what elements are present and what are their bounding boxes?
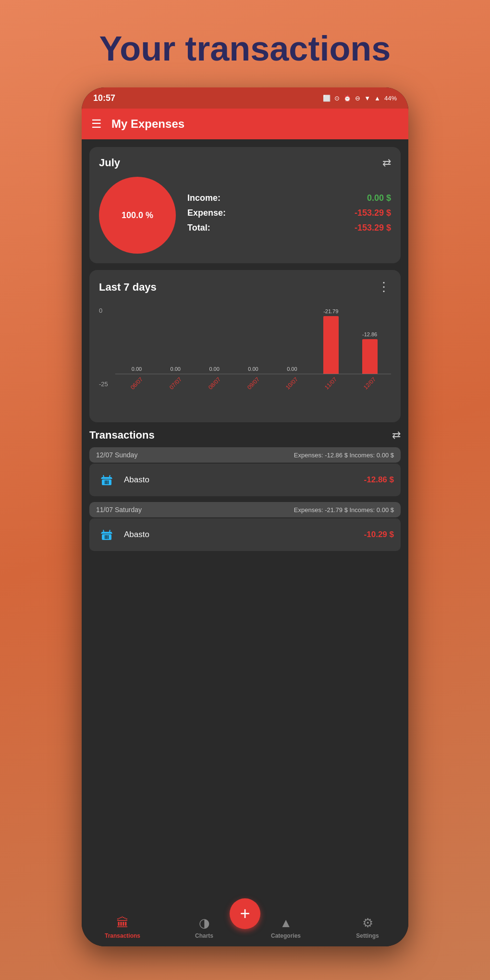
screen-icon: ⬜	[323, 95, 331, 102]
shopping-basket-icon-1	[96, 469, 117, 490]
transaction-name-1: Abasto	[124, 475, 357, 485]
y-label-0: 0	[99, 307, 102, 314]
summary-content: 100.0 % Income: 0.00 $ Expense: -153.29 …	[99, 177, 391, 254]
alarm-icon: ⏰	[343, 95, 351, 102]
total-label: Total:	[187, 223, 210, 233]
bar-chart-header: Last 7 days ⋮	[99, 280, 391, 294]
swap-icon[interactable]: ⇄	[382, 157, 391, 169]
settings-nav-label: Settings	[356, 932, 379, 939]
summary-card-header: July ⇄	[99, 157, 391, 169]
bar-value-6: -21.79	[323, 308, 338, 314]
shopping-basket-icon-2	[96, 524, 117, 545]
transaction-amount-2: -10.29 $	[364, 530, 394, 539]
bar-chart-area: 0 -25 0.00 0.00 0.00	[99, 302, 391, 413]
bar-6	[323, 316, 339, 374]
more-icon[interactable]: ⋮	[378, 280, 391, 294]
fab-add-button[interactable]: +	[230, 898, 260, 929]
wifi-icon: ▼	[364, 95, 370, 102]
bar-value-2: 0.00	[171, 366, 181, 372]
transaction-row-1[interactable]: Abasto -12.86 $	[89, 464, 401, 496]
income-value: 0.00 $	[367, 193, 391, 203]
status-time: 10:57	[93, 93, 115, 103]
fab-plus-icon: +	[240, 905, 250, 922]
transactions-swap-icon[interactable]: ⇄	[392, 429, 401, 441]
bar-value-4: 0.00	[248, 366, 258, 372]
income-label: Income:	[187, 193, 220, 203]
transactions-header: Transactions ⇄	[89, 429, 401, 441]
bar-value-3: 0.00	[209, 366, 219, 372]
date-group-2: 11/07 Saturday Expenses: -21.79 $ Income…	[89, 502, 401, 551]
transaction-amount-1: -12.86 $	[364, 475, 394, 485]
bar-chart-card: Last 7 days ⋮ 0 -25 0.00 0.00	[89, 270, 401, 422]
bars-area: 0.00 0.00 0.00 0.00	[115, 302, 391, 374]
x-axis: 06/07 07/07 08/07 09/07 10/07 11/07 12/0…	[115, 377, 391, 387]
transaction-row-2[interactable]: Abasto -10.29 $	[89, 518, 401, 551]
minus-circle-icon: ⊖	[355, 95, 360, 102]
bar-value-1: 0.00	[132, 366, 142, 372]
bottom-nav: 🏛 Transactions ◑ Charts + ▲ Categories ⚙…	[82, 908, 408, 946]
nav-settings[interactable]: ⚙ Settings	[327, 916, 408, 939]
signal-icon: ▲	[374, 95, 380, 102]
nav-transactions[interactable]: 🏛 Transactions	[82, 916, 163, 939]
bar-value-5: 0.00	[287, 366, 297, 372]
bar-group-6: -21.79	[311, 308, 350, 374]
transactions-section: Transactions ⇄ 12/07 Sunday Expenses: -1…	[89, 429, 401, 557]
status-bar: 10:57 ⬜ ⊙ ⏰ ⊖ ▼ ▲ 44%	[82, 87, 408, 109]
summary-stats: Income: 0.00 $ Expense: -153.29 $ Total:…	[187, 193, 391, 238]
pie-chart: 100.0 %	[99, 177, 176, 254]
categories-nav-label: Categories	[271, 932, 301, 939]
summary-month: July	[99, 157, 120, 169]
summary-card: July ⇄ 100.0 % Income: 0.00 $ Expense: -…	[89, 147, 401, 263]
status-icons: ⬜ ⊙ ⏰ ⊖ ▼ ▲ 44%	[323, 95, 397, 102]
location-icon: ⊙	[334, 95, 340, 102]
bar-chart-title: Last 7 days	[99, 281, 157, 294]
bar-7	[362, 339, 378, 374]
battery-text: 44%	[384, 95, 397, 102]
expense-label: Expense:	[187, 208, 226, 218]
expense-row: Expense: -153.29 $	[187, 208, 391, 218]
date-label-2: 11/07 Saturday	[96, 506, 142, 514]
phone-frame: 10:57 ⬜ ⊙ ⏰ ⊖ ▼ ▲ 44% ☰ My Expenses July…	[82, 87, 408, 946]
categories-nav-icon: ▲	[280, 916, 292, 931]
app-bar: ☰ My Expenses	[82, 109, 408, 139]
transactions-nav-label: Transactions	[105, 932, 140, 939]
settings-nav-icon: ⚙	[362, 916, 373, 931]
date-summary-1: Expenses: -12.86 $ Incomes: 0.00 $	[294, 452, 394, 459]
date-row-2: 11/07 Saturday Expenses: -21.79 $ Income…	[89, 502, 401, 517]
hamburger-icon[interactable]: ☰	[91, 118, 102, 130]
bar-value-7: -12.86	[362, 331, 377, 337]
total-value: -153.29 $	[355, 223, 391, 233]
page-title: Your transactions	[0, 0, 490, 87]
date-row-1: 12/07 Sunday Expenses: -12.86 $ Incomes:…	[89, 447, 401, 463]
app-title: My Expenses	[111, 117, 184, 131]
date-group-1: 12/07 Sunday Expenses: -12.86 $ Incomes:…	[89, 447, 401, 496]
bar-group-7: -12.86	[350, 331, 389, 374]
date-summary-2: Expenses: -21.79 $ Incomes: 0.00 $	[294, 506, 394, 514]
pie-label: 100.0 %	[122, 210, 153, 220]
total-row: Total: -153.29 $	[187, 223, 391, 233]
date-label-1: 12/07 Sunday	[96, 451, 137, 459]
transactions-title: Transactions	[89, 429, 155, 441]
main-content: July ⇄ 100.0 % Income: 0.00 $ Expense: -…	[82, 139, 408, 908]
transactions-nav-icon: 🏛	[116, 916, 129, 931]
transaction-name-2: Abasto	[124, 530, 357, 539]
y-label-neg25: -25	[99, 380, 108, 388]
charts-nav-label: Charts	[195, 932, 213, 939]
income-row: Income: 0.00 $	[187, 193, 391, 203]
charts-nav-icon: ◑	[199, 916, 210, 931]
expense-value: -153.29 $	[355, 208, 391, 218]
